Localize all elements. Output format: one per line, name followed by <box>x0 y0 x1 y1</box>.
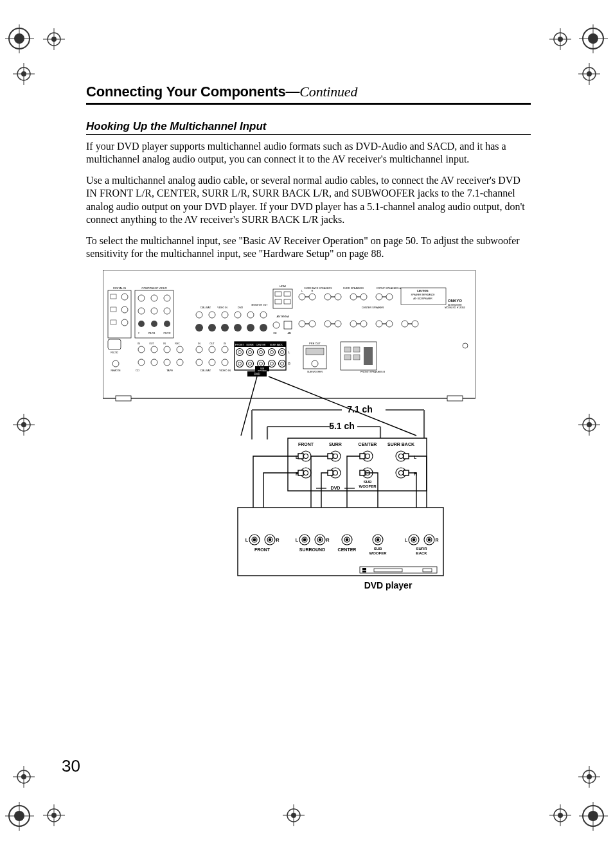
svg-point-31 <box>587 422 592 427</box>
label-71ch: 7.1 ch <box>347 404 373 414</box>
svg-text:REC: REC <box>175 342 180 345</box>
title-sep: — <box>286 84 300 100</box>
paragraph-1: If your DVD player supports multichannel… <box>86 140 531 166</box>
svg-point-79 <box>164 321 170 327</box>
svg-point-105 <box>208 324 216 332</box>
svg-text:WOOFER: WOOFER <box>369 551 387 555</box>
lbl-center-h: CENTER <box>256 344 266 346</box>
lbl-caution: CAUTION: <box>417 290 429 292</box>
svg-point-250 <box>319 538 321 541</box>
regmark-tr <box>579 24 608 53</box>
crosshair-l1 <box>13 63 35 85</box>
lbl-surr: SURR <box>246 343 253 346</box>
lbl-surr-sp: SURR SPEAKERS <box>343 287 364 290</box>
svg-point-107 <box>234 324 242 332</box>
svg-point-106 <box>221 324 229 332</box>
svg-text:R: R <box>288 362 290 366</box>
svg-rect-268 <box>362 568 366 570</box>
crosshair-br <box>549 804 571 826</box>
svg-point-247 <box>303 538 306 541</box>
lbl-spimp: SPEAKER IMPEDANCE <box>411 294 435 296</box>
svg-point-51 <box>291 813 296 818</box>
crosshair-l2 <box>13 766 35 788</box>
svg-text:PB/CB: PB/CB <box>148 332 155 335</box>
crosshair-tl <box>43 28 65 50</box>
svg-point-7 <box>51 37 57 42</box>
svg-rect-221 <box>404 470 409 475</box>
lbl-digital-in: DIGITAL IN <box>113 287 126 290</box>
lbl-hdmi: HDMI <box>280 285 286 288</box>
lbl-preout-sub: SUB WOOFER <box>307 371 323 373</box>
svg-point-11 <box>558 37 563 42</box>
svg-point-108 <box>247 324 254 332</box>
pj-R3: R <box>435 538 438 542</box>
crosshair-r2 <box>578 766 600 788</box>
lbl-dvd-h: DVD <box>254 373 260 376</box>
svg-text:R: R <box>312 289 314 292</box>
svg-point-35 <box>21 774 26 779</box>
lbl-brand: ONKYO <box>448 299 462 303</box>
svg-text:IN: IN <box>138 342 140 345</box>
svg-text:SUB: SUB <box>364 480 372 484</box>
pj-R2: R <box>326 538 329 542</box>
lbl-cblsat: CBL/SAT <box>200 369 211 372</box>
svg-point-77 <box>138 321 145 327</box>
svg-rect-220 <box>404 454 409 459</box>
lbl-preout: PRE OUT <box>309 342 321 345</box>
lbl-impval: A6~16Ω/SPEAKER <box>413 297 432 300</box>
svg-rect-218 <box>360 454 365 459</box>
svg-text:VIDEO IN: VIDEO IN <box>217 306 227 309</box>
svg-rect-159 <box>306 348 324 355</box>
lbl-cd: CD <box>136 369 139 372</box>
zj-dvd: DVD <box>331 486 341 490</box>
svg-rect-214 <box>298 454 303 459</box>
lbl-tape: TAPE <box>166 369 173 372</box>
lbl-antenna: ANTENNA <box>276 315 289 318</box>
paragraph-3: To select the multichannel input, see "B… <box>86 235 531 261</box>
svg-text:WOOFER: WOOFER <box>359 484 377 488</box>
regmark-br <box>579 802 608 831</box>
paragraph-2: Use a multichannel analog audio cable, o… <box>86 174 531 227</box>
label-dvd-player: DVD player <box>364 580 413 590</box>
crosshair-r1 <box>578 63 600 85</box>
crosshair-bl <box>43 804 65 826</box>
lbl-monitor-out: MONITOR OUT <box>252 304 269 306</box>
svg-text:SURR: SURR <box>416 547 427 551</box>
svg-text:IN: IN <box>198 342 200 345</box>
title-rule <box>86 103 531 105</box>
svg-text:PR/CR: PR/CR <box>164 332 171 335</box>
lbl-model2: MODEL NO. HT-R350 <box>445 306 465 309</box>
svg-point-104 <box>195 324 203 332</box>
lbl-front-sp-b: FRONT SPEAKERS B <box>360 371 386 373</box>
lbl-am: AM <box>287 332 290 335</box>
svg-text:OUT: OUT <box>209 342 215 345</box>
pj-center: CENTER <box>338 547 357 552</box>
connection-diagram: DIGITAL IN RS 232 COMPONENT VIDEO <box>103 270 475 610</box>
svg-text:OUT: OUT <box>149 342 154 345</box>
section-rule <box>86 134 531 135</box>
regmark-tl <box>5 24 34 53</box>
label-51ch: 5.1 ch <box>329 421 355 431</box>
svg-rect-187 <box>353 355 360 360</box>
lbl-front-sp-a: FRONT SPEAKERS A <box>377 287 401 290</box>
pj-surround: SURROUND <box>299 547 325 552</box>
crosshair-lm <box>13 414 35 436</box>
lbl-center-sp: CENTER SPEAKER <box>362 306 384 309</box>
svg-point-244 <box>269 538 271 541</box>
svg-point-241 <box>253 538 256 541</box>
crosshair-rm <box>578 414 600 436</box>
svg-rect-188 <box>364 347 373 365</box>
svg-rect-215 <box>298 470 303 475</box>
lbl-surrback-h: SURR BACK <box>270 344 283 346</box>
svg-rect-189 <box>116 396 131 401</box>
title-cont: Continued <box>299 84 357 100</box>
pj-L2: L <box>296 538 299 542</box>
svg-point-259 <box>413 538 415 541</box>
svg-rect-216 <box>328 454 333 459</box>
svg-rect-185 <box>353 347 360 352</box>
page-number: 30 <box>62 756 80 776</box>
pj-front: FRONT <box>254 547 271 552</box>
crosshair-bc <box>283 804 305 826</box>
svg-rect-269 <box>362 571 366 572</box>
svg-point-47 <box>51 813 57 818</box>
